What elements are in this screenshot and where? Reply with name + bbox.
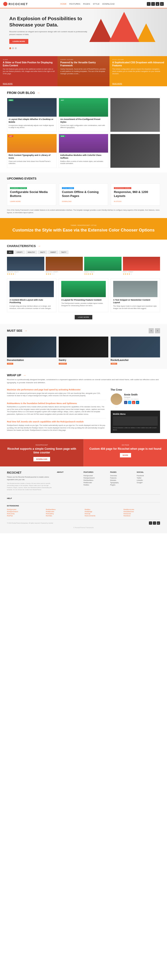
- hero-cta-button[interactable]: LEARN MORE: [9, 39, 28, 44]
- blog-card-desc-1: A responsive design automatically adjust…: [9, 124, 55, 129]
- footer-ext-4-1[interactable]: RokMicroLinks: [124, 509, 160, 510]
- footer-ext-2-2[interactable]: RokBooster: [46, 511, 83, 512]
- blog-badge-4: HOT: [8, 135, 13, 137]
- char-tab-all[interactable]: ALL: [7, 250, 13, 254]
- must-card-3: RocketLauncher DEMO: [111, 337, 160, 364]
- wrapup-item-title-2: RokNavMenu is the foundation behind Drop…: [7, 402, 106, 405]
- must-card-1: Documentation DOCS: [7, 337, 56, 364]
- crew-social-in[interactable]: in: [136, 401, 139, 404]
- social-twitter[interactable]: t: [151, 2, 155, 6]
- blog-card-title-1: A Layout that Adapts Whether it's Deskto…: [9, 118, 55, 123]
- char-tab-tasty[interactable]: TASTY: [59, 250, 68, 254]
- footer-page-4[interactable]: Typography: [110, 482, 134, 484]
- hero-dots: [9, 47, 158, 49]
- wrapup-item-body-1: RokBooster is an advanced performance pl…: [7, 392, 106, 397]
- blog-card-4: HOT Rich Content Typography and A Librar…: [7, 134, 57, 168]
- promo-btn-1[interactable]: DOWNLOAD: [33, 457, 50, 461]
- nav-download[interactable]: DOWNLOAD: [102, 3, 115, 5]
- logo-icon: [3, 2, 8, 6]
- footer-ext-1-2[interactable]: RokAjaxSearch: [7, 511, 44, 512]
- crew-social-t[interactable]: t: [128, 401, 131, 404]
- footer-ext-2-1[interactable]: RokNavMenu: [46, 509, 83, 510]
- event-link-1[interactable]: LEARN MORE: [10, 200, 21, 202]
- footer-social-2[interactable]: Twitter: [137, 477, 160, 479]
- blog-badge-2: HOT: [60, 99, 65, 101]
- footer-social-btn-g[interactable]: g+: [157, 522, 160, 525]
- footer-ext-1-3[interactable]: RokCandy: [7, 513, 44, 514]
- footer-feature-4[interactable]: RokBooster: [84, 482, 107, 484]
- must-see-grid: Documentation DOCS Gantry GANTRY RocketL…: [7, 337, 160, 364]
- footer-ext-4-2[interactable]: RokSlideshow: [124, 511, 160, 512]
- carousel-next[interactable]: ›: [155, 328, 160, 333]
- must-card-badge-3: DEMO: [111, 363, 117, 364]
- social-google[interactable]: g: [156, 2, 159, 6]
- event-badge-3: RESPONSIVE / MOBILE: [114, 187, 131, 189]
- footer-social-btn-f[interactable]: f: [149, 522, 152, 525]
- footer-social-3[interactable]: LinkedIn: [137, 479, 160, 481]
- footer-feature-2[interactable]: RokAjaxSearch: [84, 477, 107, 479]
- footer-social-btn-t[interactable]: t: [153, 522, 156, 525]
- blog-card-img-4: HOT: [7, 134, 57, 153]
- event-title-3: Responsive, 960 & 1200 Layouts: [114, 190, 157, 198]
- feature-label-1: SLIDER: [3, 59, 55, 60]
- footer-feature-3[interactable]: RokNavMenu: [84, 479, 107, 481]
- feature-box-advanced: STYLE / AUTUMN A Sophisticated CSS Dropd…: [110, 56, 167, 86]
- load-more-button[interactable]: LOAD MORE: [75, 315, 92, 320]
- blog-title: FROM OUR BLOG: [7, 91, 35, 95]
- blog-card-2: HOT An Assortment of Pre-Configured Pres…: [59, 98, 108, 132]
- footer-logo[interactable]: RICOCHET: [7, 471, 54, 474]
- char-tab-sweet[interactable]: SWEET: [48, 250, 58, 254]
- wrapup-item-2: RokNavMenu is the foundation behind Drop…: [7, 402, 106, 416]
- footer-ext-3-2[interactable]: RokBridge: [85, 511, 121, 512]
- event-title-1: Configurable Social Media Buttons: [10, 190, 53, 198]
- footer-feature-5[interactable]: RokBox: [84, 484, 107, 486]
- footer-page-1[interactable]: Overview: [110, 475, 134, 476]
- crew-social-g[interactable]: g: [132, 401, 135, 404]
- blog-card-img-3: [110, 98, 160, 132]
- nav-features[interactable]: FEATURES: [69, 3, 80, 5]
- wrapup-item-3: Real time full Joomla site search capabi…: [7, 420, 106, 431]
- feature-readmore-1[interactable]: READ MORE: [3, 83, 13, 84]
- nav-pages[interactable]: PAGES: [83, 3, 90, 5]
- footer-note: The RocketLauncher installs a Joomla. Al…: [7, 482, 54, 491]
- blog-card-desc-2: Choose from eight configuration color co…: [60, 124, 107, 129]
- social-facebook[interactable]: f: [147, 2, 151, 6]
- char-tab-healthy[interactable]: HEALTHY: [26, 250, 37, 254]
- footer-ext-3-4[interactable]: RokComments: [85, 515, 121, 517]
- carousel-prev[interactable]: ‹: [149, 328, 154, 333]
- crew-social-f[interactable]: f: [124, 401, 127, 404]
- footer-social-1[interactable]: Facebook: [137, 475, 160, 476]
- wrapup-item-title-3: Real time full Joomla site search capabi…: [7, 420, 106, 423]
- footer-extensions: EXTENSIONS RokSprocket RokAjaxSearch Rok…: [7, 502, 160, 517]
- footer-ext-2-3[interactable]: RokGallery: [46, 513, 83, 514]
- footer-feature-1[interactable]: RokSprocket: [84, 475, 107, 476]
- nav-style[interactable]: STYLE: [93, 3, 100, 5]
- feature-readmore-3[interactable]: READ MORE: [112, 83, 122, 84]
- footer-ext-3-1[interactable]: RokBox: [85, 509, 121, 510]
- char-tab-crispy[interactable]: CRISPY: [14, 250, 25, 254]
- footer-ext-4-3[interactable]: RokSocial: [124, 513, 160, 514]
- footer-ext-1-4[interactable]: RokPad: [7, 515, 44, 517]
- footer-ext-4-4[interactable]: RokStock: [124, 515, 160, 517]
- social-bar: f t g in: [147, 2, 164, 6]
- event-link-2[interactable]: DOWNLOAD: [62, 200, 72, 202]
- char-card-2: A Layout for Presenting Feature Content …: [59, 278, 108, 312]
- char-img-2: HEALTHY / CRISPY ★★★★★: [46, 257, 83, 275]
- social-linkedin[interactable]: in: [160, 2, 164, 6]
- footer-ext-3-3[interactable]: RokClip: [85, 513, 121, 514]
- nav-home[interactable]: HOME: [60, 3, 67, 5]
- footer-page-2[interactable]: Features: [110, 477, 134, 479]
- footer-ext-1-1[interactable]: RokSprocket: [7, 509, 44, 510]
- footer-ext-2-4[interactable]: RokTabs: [46, 515, 83, 517]
- logo[interactable]: RICOCHET: [3, 2, 28, 6]
- footer-page-3[interactable]: Modules: [110, 479, 134, 481]
- crew-member-1: ‹ › Annie Smith Designer DENVER, COLORAD…: [111, 393, 160, 408]
- hero-section: An Explosion of Possibilities to Showcas…: [0, 8, 167, 56]
- event-badge-2: STYLE / GIZMO: [62, 187, 74, 189]
- blog-header: FROM OUR BLOG →: [7, 91, 160, 95]
- event-link-3[interactable]: IN STOCK: [114, 200, 121, 202]
- promo-btn-2[interactable]: MORE: [120, 453, 131, 457]
- char-tab-salty[interactable]: SALTY: [38, 250, 47, 254]
- footer-page-5[interactable]: Plugins: [110, 484, 134, 486]
- footer-social-4[interactable]: Google+: [137, 482, 160, 484]
